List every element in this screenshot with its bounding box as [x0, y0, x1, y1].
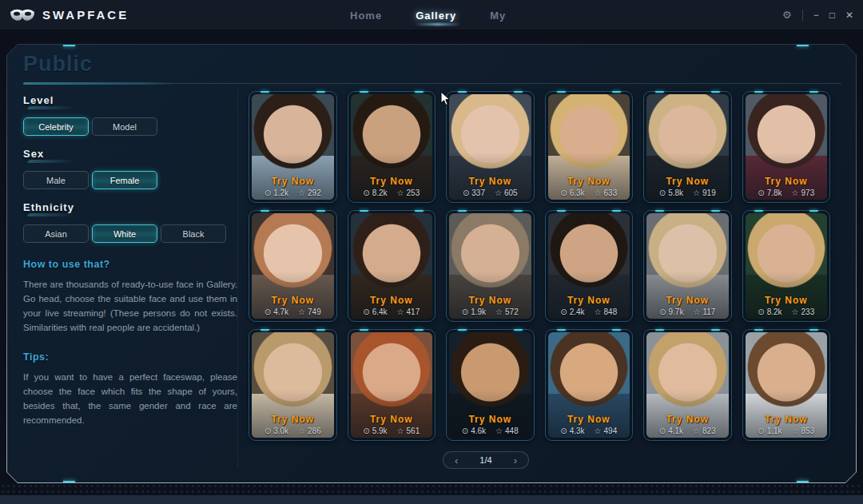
stars-count: 286 — [308, 427, 321, 435]
face-card[interactable]: Try Now ⊙ 337 ☆ 605 — [446, 91, 535, 203]
prev-page-button[interactable]: ‹ — [455, 455, 458, 466]
mask-icon — [10, 7, 35, 22]
maximize-button[interactable]: □ — [829, 10, 835, 20]
card-corner-accent-icon — [655, 210, 664, 212]
pagination: ‹ 1/4 › — [443, 451, 529, 469]
app-logo: SWAPFACE — [10, 7, 129, 22]
face-photo: Try Now ⊙ 337 ☆ 605 — [449, 94, 531, 200]
face-card[interactable]: Try Now ⊙ 5.8k ☆ 919 — [643, 91, 732, 203]
face-card[interactable]: Try Now ⊙ 2.4k ☆ 848 — [545, 210, 634, 322]
face-card[interactable]: Try Now ⊙ 1.2k ☆ 292 — [249, 91, 337, 203]
card-stats: ⊙ 4.7k ☆ 749 — [252, 308, 334, 316]
filter-level: Level CelebrityModel — [23, 93, 237, 136]
card-corner-accent-icon — [612, 329, 621, 331]
filter-sex-male[interactable]: Male — [23, 171, 89, 189]
try-now-button[interactable]: Try Now — [449, 295, 531, 306]
try-now-button[interactable]: Try Now — [449, 176, 531, 187]
filter-level-celebrity[interactable]: Celebrity — [23, 117, 89, 136]
filter-sex: Sex MaleFemale — [23, 146, 237, 189]
page-title: Public — [23, 52, 93, 77]
filter-ethnicity-white[interactable]: White — [92, 224, 157, 243]
stars-count: 561 — [407, 427, 420, 435]
next-page-button[interactable]: › — [514, 455, 517, 466]
views-count: 1.9k — [471, 308, 486, 316]
panel-accent — [797, 45, 809, 46]
card-overlay: Try Now ⊙ 4.6k ☆ 448 — [449, 414, 531, 435]
howto-text: There are thousands of ready-to-use face… — [23, 277, 237, 335]
face-photo: Try Now ⊙ 6.4k ☆ 417 — [351, 213, 433, 319]
face-card[interactable]: Try Now ⊙ 7.8k ☆ 973 — [742, 91, 831, 203]
nav-gallery[interactable]: Gallery — [416, 10, 456, 22]
views-count: 3.0k — [273, 427, 288, 435]
settings-icon[interactable]: ⚙ — [782, 10, 792, 20]
card-corner-accent-icon — [754, 329, 763, 331]
try-now-button[interactable]: Try Now — [746, 414, 828, 425]
card-corner-accent-icon — [415, 91, 424, 93]
nav-home[interactable]: Home — [350, 10, 382, 22]
face-card[interactable]: Try Now ⊙ 4.1k ☆ 823 — [643, 329, 732, 441]
face-photo: Try Now ⊙ 7.8k ☆ 973 — [746, 94, 828, 200]
card-corner-accent-icon — [711, 210, 720, 212]
views-icon: ⊙ — [659, 427, 666, 435]
stars-count: 853 — [801, 427, 815, 435]
card-stats: ⊙ 9.7k ☆ 117 — [646, 308, 729, 316]
face-card[interactable]: Try Now ⊙ 5.9k ☆ 561 — [348, 329, 436, 441]
stars-count: 292 — [308, 189, 321, 197]
minimize-button[interactable]: − — [813, 10, 819, 20]
filter-ethnicity-asian[interactable]: Asian — [23, 224, 89, 243]
star-icon: ☆ — [792, 427, 799, 435]
main-nav: HomeGalleryMy — [350, 0, 506, 30]
views-icon: ⊙ — [560, 308, 567, 316]
face-card[interactable]: Try Now ⊙ 4.6k ☆ 448 — [446, 329, 535, 441]
card-overlay: Try Now ⊙ 4.3k ☆ 494 — [548, 414, 630, 435]
face-card[interactable]: Try Now ⊙ 3.0k ☆ 286 — [249, 329, 337, 441]
panel-accent — [63, 481, 75, 482]
views-icon: ⊙ — [462, 308, 468, 316]
face-card[interactable]: Try Now ⊙ 1.1k ☆ 853 — [742, 329, 831, 441]
views-icon: ⊙ — [560, 189, 567, 197]
try-now-button[interactable]: Try Now — [548, 414, 630, 425]
try-now-button[interactable]: Try Now — [646, 414, 729, 425]
star-icon: ☆ — [397, 308, 404, 316]
card-overlay: Try Now ⊙ 9.7k ☆ 117 — [646, 295, 729, 316]
views-icon: ⊙ — [264, 427, 271, 435]
filter-ethnicity-black[interactable]: Black — [161, 224, 226, 243]
card-stats: ⊙ 6.3k ☆ 633 — [548, 189, 630, 197]
try-now-button[interactable]: Try Now — [351, 414, 433, 425]
try-now-button[interactable]: Try Now — [646, 176, 729, 187]
views-icon: ⊙ — [560, 427, 567, 435]
views-icon: ⊙ — [363, 308, 369, 316]
face-card[interactable]: Try Now ⊙ 8.2k ☆ 253 — [348, 91, 436, 203]
card-corner-accent-icon — [458, 210, 467, 212]
try-now-button[interactable]: Try Now — [449, 414, 531, 425]
try-now-button[interactable]: Try Now — [746, 176, 828, 187]
face-card[interactable]: Try Now ⊙ 1.9k ☆ 572 — [446, 210, 535, 322]
face-card[interactable]: Try Now ⊙ 9.7k ☆ 117 — [643, 210, 732, 322]
try-now-button[interactable]: Try Now — [548, 295, 630, 306]
try-now-button[interactable]: Try Now — [252, 295, 334, 306]
card-stats: ⊙ 4.6k ☆ 448 — [449, 427, 531, 435]
views-icon: ⊙ — [659, 189, 666, 197]
views-count: 1.2k — [273, 189, 288, 197]
try-now-button[interactable]: Try Now — [548, 176, 630, 187]
views-icon: ⊙ — [462, 427, 468, 435]
try-now-button[interactable]: Try Now — [252, 176, 334, 187]
try-now-button[interactable]: Try Now — [746, 295, 828, 306]
close-button[interactable]: ✕ — [845, 10, 853, 20]
nav-my[interactable]: My — [490, 10, 506, 22]
try-now-button[interactable]: Try Now — [351, 176, 433, 187]
try-now-button[interactable]: Try Now — [351, 295, 433, 306]
face-card[interactable]: Try Now ⊙ 6.3k ☆ 633 — [545, 91, 634, 203]
face-card[interactable]: Try Now ⊙ 8.2k ☆ 233 — [742, 210, 831, 322]
face-card[interactable]: Try Now ⊙ 4.3k ☆ 494 — [545, 329, 634, 441]
face-photo: Try Now ⊙ 8.2k ☆ 233 — [746, 213, 828, 319]
filter-level-model[interactable]: Model — [92, 117, 157, 136]
filter-sex-female[interactable]: Female — [92, 171, 157, 189]
star-icon: ☆ — [495, 189, 502, 197]
stars-count: 973 — [801, 189, 815, 197]
card-overlay: Try Now ⊙ 1.9k ☆ 572 — [449, 295, 531, 316]
try-now-button[interactable]: Try Now — [252, 414, 334, 425]
try-now-button[interactable]: Try Now — [646, 295, 729, 306]
face-card[interactable]: Try Now ⊙ 4.7k ☆ 749 — [249, 210, 337, 322]
face-card[interactable]: Try Now ⊙ 6.4k ☆ 417 — [348, 210, 436, 322]
